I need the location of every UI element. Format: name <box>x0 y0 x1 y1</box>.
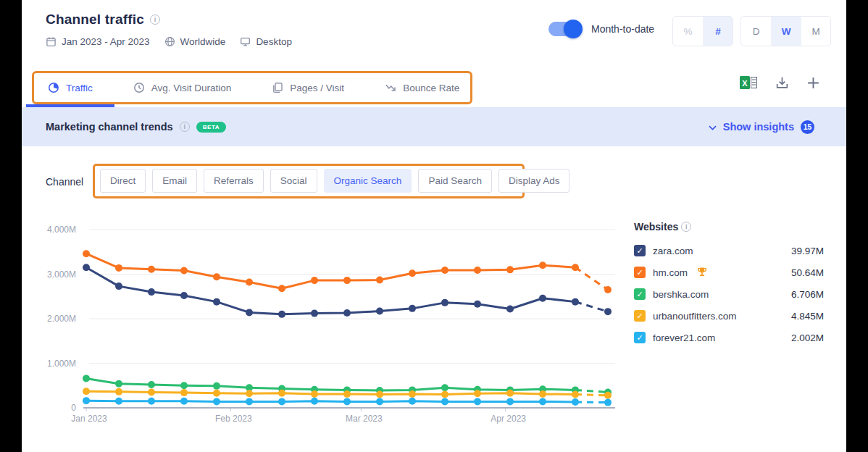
legend-row-bershka: ✓ bershka.com 6.706M <box>634 283 824 305</box>
legend-row-urbanoutfitters: ✓ urbanoutfitters.com 4.845M <box>634 305 824 327</box>
legend-info-icon[interactable]: i <box>681 222 691 232</box>
tab-avg-visit-duration-label: Avg. Visit Duration <box>151 83 232 93</box>
trophy-icon <box>696 267 708 278</box>
page-title: Channel traffic <box>46 12 144 28</box>
svg-text:1.000M: 1.000M <box>47 359 76 369</box>
date-range[interactable]: Jan 2023 - Apr 2023 <box>62 36 150 47</box>
granularity-day-button[interactable]: D <box>741 17 771 46</box>
checkbox-forever21[interactable]: ✓ <box>634 332 646 343</box>
svg-text:2.000M: 2.000M <box>47 314 76 324</box>
insights-banner: Marketing channel trends i BETA Show ins… <box>22 107 846 146</box>
site-name[interactable]: urbanoutfitters.com <box>653 311 737 322</box>
month-to-date-label: Month-to-date <box>591 23 654 35</box>
tab-traffic[interactable]: Traffic <box>48 82 93 93</box>
legend-row-hm: ✓ hm.com 50.64M <box>634 261 824 283</box>
calendar-icon <box>46 36 57 47</box>
pie-chart-icon <box>48 82 59 93</box>
websites-legend: Websites i ✓ zara.com 39.97M ✓ hm.com <box>634 221 824 348</box>
banner-title: Marketing channel trends <box>46 121 173 133</box>
chip-display-ads[interactable]: Display Ads <box>498 169 570 193</box>
site-name[interactable]: forever21.com <box>653 332 715 343</box>
metric-tabs: Traffic Avg. Visit Duration Pages / Visi… <box>34 72 459 104</box>
chip-social[interactable]: Social <box>270 169 317 193</box>
site-name[interactable]: zara.com <box>653 246 693 256</box>
tab-traffic-label: Traffic <box>66 83 93 93</box>
beta-badge: BETA <box>196 122 227 133</box>
svg-text:4.000M: 4.000M <box>47 225 76 235</box>
chip-organic-search[interactable]: Organic Search <box>324 169 412 193</box>
add-icon[interactable] <box>806 76 820 90</box>
excel-export-icon[interactable]: X <box>739 75 758 91</box>
svg-text:Jan 2023: Jan 2023 <box>71 414 107 424</box>
checkbox-hm[interactable]: ✓ <box>634 267 646 278</box>
legend-row-forever21: ✓ forever21.com 2.002M <box>634 327 824 348</box>
chip-email[interactable]: Email <box>152 169 197 193</box>
month-to-date-toggle[interactable] <box>548 22 580 36</box>
trend-line-icon <box>385 82 396 93</box>
insights-count-badge: 15 <box>801 120 814 134</box>
svg-text:0: 0 <box>71 403 76 413</box>
legend-row-zara: ✓ zara.com 39.97M <box>634 240 824 261</box>
channel-traffic-line-chart[interactable]: 4.000M3.000M2.000M1.000M0Jan 2023Feb 202… <box>43 217 631 435</box>
chip-direct[interactable]: Direct <box>100 169 146 193</box>
site-value: 39.97M <box>791 246 824 256</box>
format-percent-button[interactable]: % <box>673 17 703 46</box>
pages-icon <box>272 82 283 93</box>
svg-text:Feb 2023: Feb 2023 <box>215 414 252 424</box>
download-icon[interactable] <box>775 75 790 91</box>
tab-bounce-rate-label: Bounce Rate <box>403 83 459 93</box>
value-format-switch: % # <box>672 16 733 46</box>
insights-banner-left: Marketing channel trends i BETA <box>46 121 226 133</box>
title-info-icon[interactable]: i <box>150 14 160 25</box>
site-name[interactable]: hm.com <box>653 267 688 278</box>
site-value: 50.64M <box>791 267 824 278</box>
svg-text:3.000M: 3.000M <box>47 269 76 280</box>
chip-paid-search[interactable]: Paid Search <box>418 169 492 193</box>
device-filter[interactable]: Desktop <box>256 36 292 47</box>
channel-traffic-panel: Channel traffic i Jan 2023 - Apr 2023 Wo… <box>22 0 846 452</box>
site-value: 2.002M <box>791 332 824 343</box>
export-tools: X <box>739 75 820 91</box>
tab-pages-per-visit-label: Pages / Visit <box>290 83 344 93</box>
legend-title: Websites <box>634 221 678 233</box>
site-value: 4.845M <box>791 311 824 322</box>
report-meta: Jan 2023 - Apr 2023 Worldwide Desktop <box>46 36 292 47</box>
site-value: 6.706M <box>791 289 824 300</box>
svg-text:Mar 2023: Mar 2023 <box>346 414 383 424</box>
channel-filter-label: Channel <box>46 176 83 188</box>
clock-icon <box>133 82 145 93</box>
checkbox-urbanoutfitters[interactable]: ✓ <box>634 310 646 322</box>
granularity-switch: D W M <box>740 16 831 46</box>
show-insights-button[interactable]: Show insights 15 <box>709 120 814 134</box>
checkbox-bershka[interactable]: ✓ <box>634 288 646 300</box>
screenshot-stage: Channel traffic i Jan 2023 - Apr 2023 Wo… <box>0 0 868 452</box>
svg-text:X: X <box>742 79 748 88</box>
granularity-month-button[interactable]: M <box>801 17 830 46</box>
site-name[interactable]: bershka.com <box>653 289 709 300</box>
globe-icon <box>164 36 175 47</box>
show-insights-label: Show insights <box>723 121 794 133</box>
chevron-down-icon <box>709 120 717 133</box>
channel-chips: Direct Email Referrals Social Organic Se… <box>100 169 569 193</box>
checkbox-zara[interactable]: ✓ <box>634 245 646 256</box>
chip-referrals[interactable]: Referrals <box>204 169 264 193</box>
granularity-week-button[interactable]: W <box>771 17 801 46</box>
month-to-date-control: Month-to-date <box>548 22 654 36</box>
tab-pages-per-visit[interactable]: Pages / Visit <box>272 82 344 93</box>
toggle-knob <box>564 20 583 38</box>
desktop-icon <box>240 36 251 47</box>
format-number-button[interactable]: # <box>703 17 733 46</box>
page-header: Channel traffic i <box>46 12 160 28</box>
svg-text:Apr 2023: Apr 2023 <box>491 414 526 424</box>
tab-avg-visit-duration[interactable]: Avg. Visit Duration <box>133 82 232 93</box>
banner-info-icon[interactable]: i <box>180 122 190 132</box>
region-filter[interactable]: Worldwide <box>180 36 226 47</box>
tab-bounce-rate[interactable]: Bounce Rate <box>385 82 459 93</box>
